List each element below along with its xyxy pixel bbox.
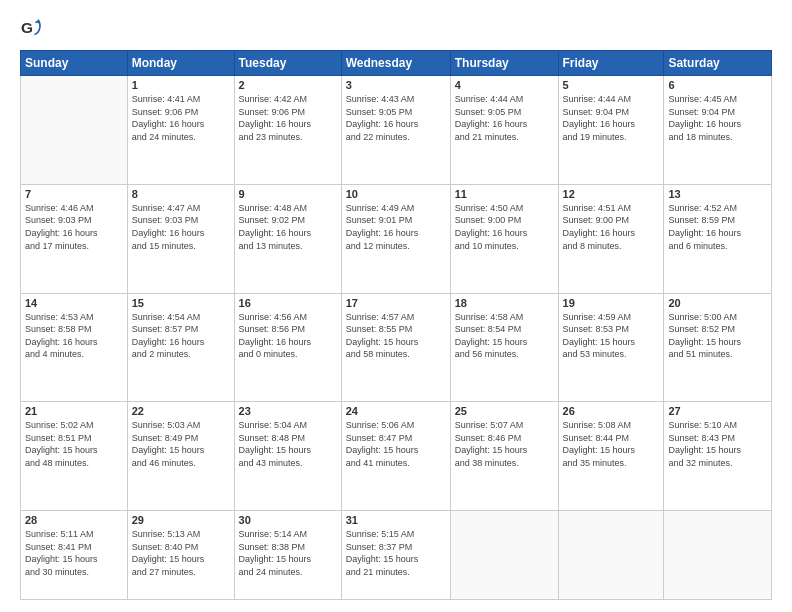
day-number: 23 <box>239 405 337 417</box>
day-info: Sunrise: 4:46 AM Sunset: 9:03 PM Dayligh… <box>25 202 123 252</box>
calendar-cell: 15Sunrise: 4:54 AM Sunset: 8:57 PM Dayli… <box>127 293 234 402</box>
day-info: Sunrise: 5:02 AM Sunset: 8:51 PM Dayligh… <box>25 419 123 469</box>
day-info: Sunrise: 4:45 AM Sunset: 9:04 PM Dayligh… <box>668 93 767 143</box>
calendar-cell <box>21 76 128 185</box>
day-info: Sunrise: 4:49 AM Sunset: 9:01 PM Dayligh… <box>346 202 446 252</box>
day-info: Sunrise: 5:06 AM Sunset: 8:47 PM Dayligh… <box>346 419 446 469</box>
calendar-cell: 17Sunrise: 4:57 AM Sunset: 8:55 PM Dayli… <box>341 293 450 402</box>
weekday-header-thursday: Thursday <box>450 51 558 76</box>
weekday-header-wednesday: Wednesday <box>341 51 450 76</box>
calendar-cell: 24Sunrise: 5:06 AM Sunset: 8:47 PM Dayli… <box>341 402 450 511</box>
day-number: 26 <box>563 405 660 417</box>
day-number: 2 <box>239 79 337 91</box>
calendar-cell: 29Sunrise: 5:13 AM Sunset: 8:40 PM Dayli… <box>127 511 234 600</box>
calendar-cell: 23Sunrise: 5:04 AM Sunset: 8:48 PM Dayli… <box>234 402 341 511</box>
calendar-cell: 1Sunrise: 4:41 AM Sunset: 9:06 PM Daylig… <box>127 76 234 185</box>
day-info: Sunrise: 5:13 AM Sunset: 8:40 PM Dayligh… <box>132 528 230 578</box>
day-info: Sunrise: 4:59 AM Sunset: 8:53 PM Dayligh… <box>563 311 660 361</box>
day-number: 16 <box>239 297 337 309</box>
calendar-cell: 4Sunrise: 4:44 AM Sunset: 9:05 PM Daylig… <box>450 76 558 185</box>
calendar-cell: 21Sunrise: 5:02 AM Sunset: 8:51 PM Dayli… <box>21 402 128 511</box>
weekday-header-friday: Friday <box>558 51 664 76</box>
day-number: 5 <box>563 79 660 91</box>
calendar-cell: 30Sunrise: 5:14 AM Sunset: 8:38 PM Dayli… <box>234 511 341 600</box>
weekday-header-monday: Monday <box>127 51 234 76</box>
weekday-header-sunday: Sunday <box>21 51 128 76</box>
calendar-cell: 2Sunrise: 4:42 AM Sunset: 9:06 PM Daylig… <box>234 76 341 185</box>
calendar-cell: 25Sunrise: 5:07 AM Sunset: 8:46 PM Dayli… <box>450 402 558 511</box>
day-number: 18 <box>455 297 554 309</box>
day-number: 31 <box>346 514 446 526</box>
calendar-cell: 18Sunrise: 4:58 AM Sunset: 8:54 PM Dayli… <box>450 293 558 402</box>
day-info: Sunrise: 5:00 AM Sunset: 8:52 PM Dayligh… <box>668 311 767 361</box>
day-number: 8 <box>132 188 230 200</box>
day-number: 4 <box>455 79 554 91</box>
day-number: 15 <box>132 297 230 309</box>
day-info: Sunrise: 4:41 AM Sunset: 9:06 PM Dayligh… <box>132 93 230 143</box>
logo: G <box>20 18 46 40</box>
day-info: Sunrise: 5:10 AM Sunset: 8:43 PM Dayligh… <box>668 419 767 469</box>
day-number: 25 <box>455 405 554 417</box>
day-info: Sunrise: 5:15 AM Sunset: 8:37 PM Dayligh… <box>346 528 446 578</box>
day-info: Sunrise: 5:14 AM Sunset: 8:38 PM Dayligh… <box>239 528 337 578</box>
calendar-cell: 6Sunrise: 4:45 AM Sunset: 9:04 PM Daylig… <box>664 76 772 185</box>
day-info: Sunrise: 4:44 AM Sunset: 9:05 PM Dayligh… <box>455 93 554 143</box>
calendar-cell <box>558 511 664 600</box>
day-info: Sunrise: 4:52 AM Sunset: 8:59 PM Dayligh… <box>668 202 767 252</box>
day-number: 17 <box>346 297 446 309</box>
day-number: 28 <box>25 514 123 526</box>
calendar-table: SundayMondayTuesdayWednesdayThursdayFrid… <box>20 50 772 600</box>
calendar-cell: 10Sunrise: 4:49 AM Sunset: 9:01 PM Dayli… <box>341 184 450 293</box>
calendar-cell: 20Sunrise: 5:00 AM Sunset: 8:52 PM Dayli… <box>664 293 772 402</box>
day-number: 22 <box>132 405 230 417</box>
day-number: 11 <box>455 188 554 200</box>
calendar-cell: 27Sunrise: 5:10 AM Sunset: 8:43 PM Dayli… <box>664 402 772 511</box>
weekday-header-row: SundayMondayTuesdayWednesdayThursdayFrid… <box>21 51 772 76</box>
calendar-cell: 31Sunrise: 5:15 AM Sunset: 8:37 PM Dayli… <box>341 511 450 600</box>
calendar-cell: 26Sunrise: 5:08 AM Sunset: 8:44 PM Dayli… <box>558 402 664 511</box>
logo-icon: G <box>20 18 42 40</box>
calendar-cell: 9Sunrise: 4:48 AM Sunset: 9:02 PM Daylig… <box>234 184 341 293</box>
calendar-cell: 7Sunrise: 4:46 AM Sunset: 9:03 PM Daylig… <box>21 184 128 293</box>
calendar-cell: 8Sunrise: 4:47 AM Sunset: 9:03 PM Daylig… <box>127 184 234 293</box>
week-row-3: 14Sunrise: 4:53 AM Sunset: 8:58 PM Dayli… <box>21 293 772 402</box>
day-number: 27 <box>668 405 767 417</box>
day-number: 9 <box>239 188 337 200</box>
day-number: 30 <box>239 514 337 526</box>
day-info: Sunrise: 5:11 AM Sunset: 8:41 PM Dayligh… <box>25 528 123 578</box>
day-info: Sunrise: 4:44 AM Sunset: 9:04 PM Dayligh… <box>563 93 660 143</box>
day-number: 29 <box>132 514 230 526</box>
week-row-5: 28Sunrise: 5:11 AM Sunset: 8:41 PM Dayli… <box>21 511 772 600</box>
calendar-cell: 14Sunrise: 4:53 AM Sunset: 8:58 PM Dayli… <box>21 293 128 402</box>
day-number: 1 <box>132 79 230 91</box>
day-info: Sunrise: 4:43 AM Sunset: 9:05 PM Dayligh… <box>346 93 446 143</box>
calendar-cell: 12Sunrise: 4:51 AM Sunset: 9:00 PM Dayli… <box>558 184 664 293</box>
day-info: Sunrise: 5:04 AM Sunset: 8:48 PM Dayligh… <box>239 419 337 469</box>
calendar-cell: 28Sunrise: 5:11 AM Sunset: 8:41 PM Dayli… <box>21 511 128 600</box>
day-info: Sunrise: 5:07 AM Sunset: 8:46 PM Dayligh… <box>455 419 554 469</box>
day-info: Sunrise: 4:47 AM Sunset: 9:03 PM Dayligh… <box>132 202 230 252</box>
day-number: 3 <box>346 79 446 91</box>
day-number: 21 <box>25 405 123 417</box>
day-info: Sunrise: 5:03 AM Sunset: 8:49 PM Dayligh… <box>132 419 230 469</box>
week-row-4: 21Sunrise: 5:02 AM Sunset: 8:51 PM Dayli… <box>21 402 772 511</box>
day-info: Sunrise: 4:54 AM Sunset: 8:57 PM Dayligh… <box>132 311 230 361</box>
week-row-1: 1Sunrise: 4:41 AM Sunset: 9:06 PM Daylig… <box>21 76 772 185</box>
day-info: Sunrise: 4:58 AM Sunset: 8:54 PM Dayligh… <box>455 311 554 361</box>
calendar-cell: 13Sunrise: 4:52 AM Sunset: 8:59 PM Dayli… <box>664 184 772 293</box>
calendar-cell <box>450 511 558 600</box>
day-number: 12 <box>563 188 660 200</box>
day-number: 19 <box>563 297 660 309</box>
day-number: 10 <box>346 188 446 200</box>
calendar-cell: 16Sunrise: 4:56 AM Sunset: 8:56 PM Dayli… <box>234 293 341 402</box>
day-number: 14 <box>25 297 123 309</box>
week-row-2: 7Sunrise: 4:46 AM Sunset: 9:03 PM Daylig… <box>21 184 772 293</box>
day-info: Sunrise: 4:51 AM Sunset: 9:00 PM Dayligh… <box>563 202 660 252</box>
day-number: 24 <box>346 405 446 417</box>
day-number: 7 <box>25 188 123 200</box>
day-info: Sunrise: 4:50 AM Sunset: 9:00 PM Dayligh… <box>455 202 554 252</box>
calendar-cell: 19Sunrise: 4:59 AM Sunset: 8:53 PM Dayli… <box>558 293 664 402</box>
day-number: 6 <box>668 79 767 91</box>
header: G <box>20 18 772 40</box>
day-info: Sunrise: 4:42 AM Sunset: 9:06 PM Dayligh… <box>239 93 337 143</box>
